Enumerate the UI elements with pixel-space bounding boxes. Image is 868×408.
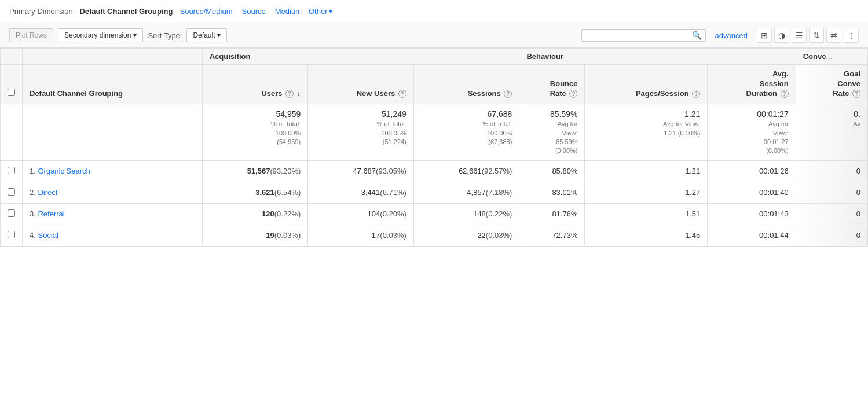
row-link-direct[interactable]: Direct: [38, 188, 57, 197]
row-new-users-value: 104: [368, 209, 380, 218]
view-sort-icon[interactable]: ⇅: [809, 28, 824, 43]
col-header-sessions: Sessions ?: [413, 65, 519, 104]
table-row: 4. Social 19(0.03%) 17(0.03%) 22(0.03%) …: [1, 225, 868, 246]
row-pages-session-value: 1.51: [686, 209, 700, 218]
primary-dim-active: Default Channel Grouping: [79, 7, 173, 16]
row-dim-cell: 4. Social: [23, 225, 203, 246]
row-pages-session-cell: 1.45: [585, 225, 708, 246]
advanced-link[interactable]: advanced: [715, 31, 748, 40]
row-checkbox-cell: [1, 160, 23, 182]
row-pages-session-value: 1.21: [686, 167, 700, 175]
row-sessions-pct: (92.57%): [482, 167, 512, 175]
row-bounce-rate-cell: 85.80%: [519, 160, 585, 182]
conversion-group-header: Conve...: [796, 49, 867, 65]
view-pie-icon[interactable]: ◑: [774, 28, 789, 43]
chevron-down-icon: ▾: [329, 7, 333, 16]
dim-link-source[interactable]: Source: [240, 7, 268, 16]
row-checkbox-3[interactable]: [8, 231, 15, 238]
group-header-row: Acquisition Behaviour Conve...: [1, 49, 868, 65]
row-new-users-value: 17: [372, 231, 380, 240]
row-new-users-value: 47,687: [353, 167, 376, 175]
row-sessions-cell: 62,661(92.57%): [413, 160, 519, 182]
row-new-users-value: 3,441: [361, 188, 380, 197]
select-all-checkbox[interactable]: [8, 89, 15, 96]
search-input[interactable]: [585, 31, 690, 39]
dim-link-source-medium[interactable]: Source/Medium: [177, 7, 235, 16]
bounce-rate-help-icon[interactable]: ?: [569, 90, 577, 98]
summary-row: 54,959 % of Total: 100.00% (54,959) 51,2…: [1, 104, 868, 160]
row-users-cell: 3,621(6.54%): [202, 182, 308, 203]
summary-new-users-cell: 51,249 % of Total: 100.05% (51,224): [308, 104, 414, 160]
row-pages-session-cell: 1.27: [585, 182, 708, 203]
row-avg-session-cell: 00:01:26: [708, 160, 796, 182]
row-bounce-rate-value: 85.80%: [552, 167, 577, 175]
col-header-bounce-rate: BounceRate ?: [519, 65, 585, 104]
view-table-icon[interactable]: ⊞: [757, 28, 772, 43]
row-users-pct: (0.03%): [274, 231, 301, 240]
row-link-social[interactable]: Social: [38, 231, 58, 240]
avg-session-help-icon[interactable]: ?: [781, 90, 789, 98]
plot-rows-button[interactable]: Plot Rows: [9, 28, 53, 42]
view-compare-icon[interactable]: ⇄: [826, 28, 841, 43]
row-number: 3.: [30, 209, 36, 218]
search-icon[interactable]: 🔍: [692, 31, 702, 40]
row-checkbox-1[interactable]: [8, 188, 15, 196]
sort-type-label: Sort Type:: [148, 31, 182, 40]
users-help-icon[interactable]: ?: [285, 90, 294, 98]
row-checkbox-cell: [1, 182, 23, 203]
row-avg-session-cell: 00:01:43: [708, 203, 796, 225]
new-users-help-icon[interactable]: ?: [398, 90, 406, 98]
row-checkbox-cell: [1, 203, 23, 225]
row-users-value: 120: [262, 209, 274, 218]
sessions-help-icon[interactable]: ?: [504, 90, 512, 98]
row-users-value: 19: [266, 231, 274, 240]
row-pages-session-value: 1.27: [686, 188, 700, 197]
row-avg-session-cell: 00:01:40: [708, 182, 796, 203]
view-list-icon[interactable]: ☰: [792, 28, 807, 43]
behaviour-group-header: Behaviour: [519, 49, 796, 65]
row-conv-rate-cell: 0: [796, 203, 867, 225]
row-sessions-cell: 4,857(7.18%): [413, 182, 519, 203]
row-dim-cell: 3. Referral: [23, 203, 203, 225]
row-sessions-value: 148: [473, 209, 486, 218]
chevron-down-icon: ▾: [217, 31, 221, 39]
row-conv-rate-value: 0: [856, 231, 860, 240]
row-conv-rate-value: 0: [856, 167, 860, 175]
sort-arrow-users[interactable]: ↓: [297, 89, 301, 98]
row-users-pct: (0.22%): [274, 209, 301, 218]
row-pages-session-value: 1.45: [686, 231, 700, 240]
row-sessions-value: 4,857: [467, 188, 486, 197]
data-table-wrap: Acquisition Behaviour Conve... Default C…: [0, 48, 868, 247]
row-sessions-cell: 22(0.03%): [413, 225, 519, 246]
row-link-organic-search[interactable]: Organic Search: [38, 167, 90, 175]
conv-rate-help-icon[interactable]: ?: [852, 90, 860, 98]
row-checkbox-2[interactable]: [8, 209, 15, 217]
view-pivot-icon[interactable]: ⫿: [844, 28, 859, 43]
chevron-down-icon: ▾: [133, 31, 137, 39]
row-checkbox-cell: [1, 225, 23, 246]
row-conv-rate-value: 0: [856, 188, 860, 197]
row-users-cell: 51,567(93.20%): [202, 160, 308, 182]
column-header-row: Default Channel Grouping Users ? ↓ New U…: [1, 65, 868, 104]
row-users-cell: 120(0.22%): [202, 203, 308, 225]
row-users-value: 3,621: [255, 188, 274, 197]
row-sessions-pct: (7.18%): [486, 188, 512, 197]
row-number: 1.: [30, 167, 36, 175]
dim-link-medium[interactable]: Medium: [273, 7, 304, 16]
row-bounce-rate-cell: 83.01%: [519, 182, 585, 203]
checkbox-header: [1, 49, 23, 65]
col-header-dim: Default Channel Grouping: [23, 65, 203, 104]
col-header-avg-session: Avg.SessionDuration ?: [708, 65, 796, 104]
summary-conv-rate-cell: 0. Av: [796, 104, 867, 160]
table-row: 2. Direct 3,621(6.54%) 3,441(6.71%) 4,85…: [1, 182, 868, 203]
dim-dropdown-other[interactable]: Other ▾: [309, 7, 333, 16]
row-new-users-pct: (93.05%): [376, 167, 406, 175]
pages-session-help-icon[interactable]: ?: [692, 90, 700, 98]
summary-avg-session-cell: 00:01:27 Avg for View: 00:01:27 (0.00%): [708, 104, 796, 160]
row-link-referral[interactable]: Referral: [38, 209, 64, 218]
sort-type-dropdown[interactable]: Default ▾: [186, 28, 227, 42]
secondary-dimension-dropdown[interactable]: Secondary dimension ▾: [58, 28, 143, 42]
row-new-users-cell: 47,687(93.05%): [308, 160, 414, 182]
row-avg-session-cell: 00:01:44: [708, 225, 796, 246]
row-checkbox-0[interactable]: [8, 167, 15, 174]
